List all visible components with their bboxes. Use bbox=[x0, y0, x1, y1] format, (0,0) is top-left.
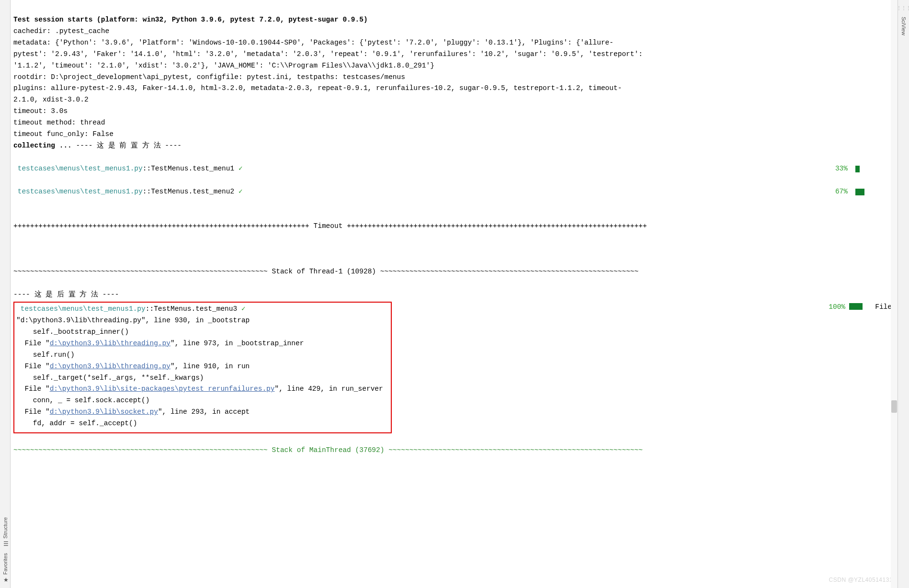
test-path-2[interactable]: testcases\menus\test_menus1.py bbox=[18, 188, 143, 195]
test-id-2: ::TestMenus.test_menu2 bbox=[143, 188, 234, 195]
favorites-label: Favorites bbox=[0, 553, 9, 575]
vertical-scrollbar[interactable] bbox=[891, 0, 898, 588]
trace-l5: File "d:\python3.9\lib\threading.py", li… bbox=[16, 362, 250, 370]
pct-1: 33% bbox=[835, 163, 848, 175]
file-link[interactable]: d:\python3.9\lib\site-packages\pytest_re… bbox=[50, 385, 275, 393]
test-path-3[interactable]: testcases\menus\test_menus1.py bbox=[21, 305, 146, 313]
file-tail: File bbox=[875, 303, 892, 311]
timeout-func: timeout func_only: False bbox=[13, 130, 114, 138]
structure-tab[interactable]: ☰ Structure bbox=[0, 517, 10, 547]
test-row-2: testcases\menus\test_menus1.py::TestMenu… bbox=[13, 186, 896, 198]
trace-l2: self._bootstrap_inner() bbox=[16, 328, 129, 336]
check-icon: ✓ bbox=[239, 165, 243, 172]
check-icon: ✓ bbox=[241, 305, 246, 313]
collecting-suffix: ---- 这 是 前 置 方 法 ---- bbox=[72, 142, 182, 149]
trace-l6: self._target(*self._args, **self._kwargs… bbox=[16, 374, 204, 382]
file-link[interactable]: d:\python3.9\lib\threading.py bbox=[50, 339, 170, 347]
file-link[interactable]: d:\python3.9\lib\socket.py bbox=[50, 408, 158, 416]
progress-bar-1 bbox=[855, 166, 869, 172]
sciview-tab[interactable]: SciView bbox=[899, 17, 908, 35]
stack1-divider: ~~~~~~~~~~~~~~~~~~~~~~~~~~~~~~~~~~~~~~~~… bbox=[13, 268, 638, 275]
scrollbar-thumb[interactable] bbox=[891, 400, 897, 413]
right-sidebar: ⋮⋮⋮ SciView bbox=[898, 0, 909, 588]
favorites-tab[interactable]: ★ Favorites bbox=[0, 553, 10, 583]
console-output[interactable]: Test session starts (platform: win32, Py… bbox=[11, 0, 898, 588]
test-path-1[interactable]: testcases\menus\test_menus1.py bbox=[18, 165, 143, 172]
timeout-divider: ++++++++++++++++++++++++++++++++++++++++… bbox=[13, 222, 647, 230]
stack2-divider: ~~~~~~~~~~~~~~~~~~~~~~~~~~~~~~~~~~~~~~~~… bbox=[13, 446, 643, 454]
test-row-1: testcases\menus\test_menus1.py::TestMenu… bbox=[13, 163, 896, 175]
rootdir: rootdir: D:\project_development\api_pyte… bbox=[13, 73, 405, 81]
trace-l1: "d:\python3.9\lib\threading.py", line 93… bbox=[16, 317, 250, 324]
pct-3: 100% bbox=[829, 303, 845, 311]
trace-l7: File "d:\python3.9\lib\site-packages\pyt… bbox=[16, 385, 383, 393]
plugins: plugins: allure-pytest-2.9.43, Faker-14.… bbox=[13, 83, 645, 106]
metadata: metadata: {'Python': '3.9.6', 'Platform'… bbox=[13, 37, 645, 72]
cachedir: cachedir: .pytest_cache bbox=[13, 27, 109, 35]
check-icon: ✓ bbox=[239, 188, 243, 195]
trace-l4: self.run() bbox=[16, 351, 75, 359]
trace-l8: conn, _ = self.sock.accept() bbox=[16, 396, 149, 404]
progress-bar-3 bbox=[849, 303, 863, 310]
left-sidebar: ☰ Structure ★ Favorites bbox=[0, 0, 11, 588]
star-icon: ★ bbox=[0, 577, 10, 583]
trace-l3: File "d:\python3.9\lib\threading.py", li… bbox=[16, 339, 304, 347]
trace-l9: File "d:\python3.9\lib\socket.py", line … bbox=[16, 408, 250, 416]
app-root: ☰ Structure ★ Favorites Test session sta… bbox=[0, 0, 909, 588]
structure-icon: ☰ bbox=[0, 541, 10, 547]
timeout-method: timeout method: thread bbox=[13, 119, 105, 126]
sciview-label: SciView bbox=[899, 17, 908, 35]
test-id-3: ::TestMenus.test_menu3 bbox=[146, 305, 237, 313]
file-link[interactable]: d:\python3.9\lib\threading.py bbox=[50, 362, 170, 370]
grid-icon[interactable]: ⋮⋮⋮ bbox=[897, 5, 909, 13]
collecting: collecting ... bbox=[13, 142, 72, 149]
trace-l10: fd, addr = self._accept() bbox=[16, 419, 137, 427]
highlighted-traceback: testcases\menus\test_menus1.py::TestMenu… bbox=[13, 302, 392, 433]
structure-label: Structure bbox=[0, 517, 9, 539]
progress-bar-2 bbox=[855, 189, 869, 195]
watermark: CSDN @YZL40514131 bbox=[829, 576, 893, 585]
pct-2: 67% bbox=[835, 186, 848, 198]
teardown-marker: ---- 这 是 后 置 方 法 ---- bbox=[13, 291, 119, 298]
session-start: Test session starts (platform: win32, Py… bbox=[13, 16, 368, 23]
timeout: timeout: 3.0s bbox=[13, 107, 68, 115]
test-id-1: ::TestMenus.test_menu1 bbox=[143, 165, 234, 172]
